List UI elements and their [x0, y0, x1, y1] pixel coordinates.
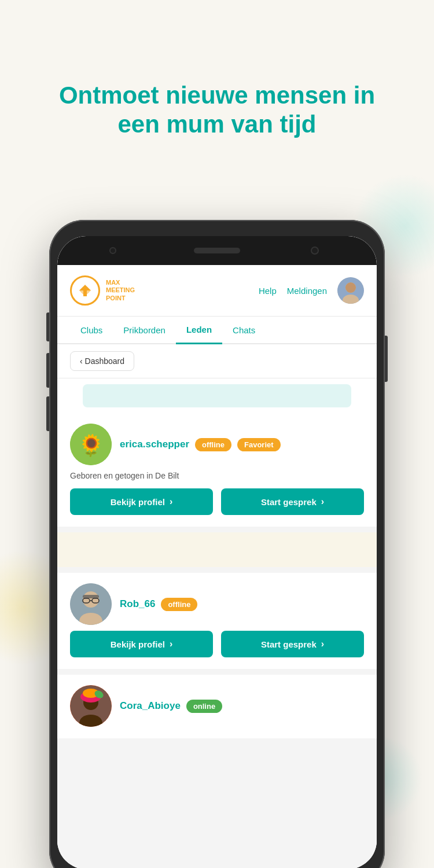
- user-avatar-header[interactable]: [337, 277, 364, 304]
- start-gesprek-button-erica[interactable]: Start gesprek ›: [221, 488, 364, 515]
- hero-section: Ontmoet nieuwe mensen in een mum van tij…: [0, 81, 434, 139]
- search-bar-placeholder: [83, 384, 351, 407]
- logo: ↓ MAX MEETING POINT: [70, 275, 135, 306]
- front-camera-left: [109, 247, 116, 254]
- member-actions-erica: Bekijk profiel › Start gesprek ›: [70, 488, 364, 515]
- dashboard-back-button[interactable]: ‹ Dashboard: [70, 351, 134, 371]
- avatar-rob: [70, 583, 112, 625]
- bekijk-profiel-button-erica[interactable]: Bekijk profiel ›: [70, 488, 213, 515]
- volume-up-button: [46, 353, 49, 388]
- member-info-rob: Rob_66 offline: [120, 598, 197, 611]
- nav-meldingen[interactable]: Meldingen: [287, 286, 327, 296]
- divider-card: [57, 532, 377, 567]
- speaker: [194, 248, 240, 253]
- chevron-icon: ›: [321, 639, 324, 649]
- status-badge-erica: offline: [195, 438, 231, 451]
- power-button: [385, 336, 388, 382]
- volume-down-button: [46, 396, 49, 431]
- app-header: ↓ MAX MEETING POINT Help Meldingen: [57, 265, 377, 317]
- avatar-cora: [70, 685, 112, 727]
- app-content: ↓ MAX MEETING POINT Help Meldingen: [57, 265, 377, 868]
- phone-mockup: ↓ MAX MEETING POINT Help Meldingen: [49, 220, 385, 868]
- tab-chats[interactable]: Chats: [222, 317, 266, 343]
- chevron-icon: ›: [170, 639, 172, 649]
- member-info-erica: erica.schepper offline Favoriet: [120, 438, 281, 451]
- member-info-cora: Cora_Abioye online: [120, 700, 222, 713]
- tab-navigation: Clubs Prikborden Leden Chats: [57, 317, 377, 344]
- svg-text:↓: ↓: [83, 285, 87, 295]
- member-bio-erica: Geboren en getogen in De Bilt: [70, 471, 364, 480]
- svg-point-8: [83, 591, 99, 608]
- breadcrumb-bar: ‹ Dashboard: [57, 344, 377, 378]
- chevron-icon: ›: [321, 496, 324, 507]
- status-badge-rob: offline: [161, 598, 197, 611]
- favoriet-badge-erica: Favoriet: [237, 438, 281, 451]
- nav-help[interactable]: Help: [259, 286, 277, 296]
- start-gesprek-button-rob[interactable]: Start gesprek ›: [221, 631, 364, 657]
- tab-prikborden[interactable]: Prikborden: [113, 317, 176, 343]
- logo-text: MAX MEETING POINT: [106, 279, 135, 302]
- member-card-rob: Rob_66 offline Bekijk profiel › Start ge…: [57, 573, 377, 669]
- tab-clubs[interactable]: Clubs: [70, 317, 113, 343]
- hero-tagline: Ontmoet nieuwe mensen in een mum van tij…: [23, 81, 411, 139]
- mute-button: [46, 312, 49, 341]
- status-badge-cora: online: [186, 700, 222, 713]
- header-nav: Help Meldingen: [259, 277, 364, 304]
- member-actions-rob: Bekijk profiel › Start gesprek ›: [70, 631, 364, 657]
- member-list: 🌻 erica.schepper offline Favoriet Gebore…: [57, 413, 377, 868]
- member-name-erica: erica.schepper: [120, 439, 189, 450]
- member-card: 🌻 erica.schepper offline Favoriet Gebore…: [57, 413, 377, 527]
- member-card-cora: Cora_Abioye online: [57, 675, 377, 738]
- svg-point-4: [345, 282, 356, 293]
- bekijk-profiel-button-rob[interactable]: Bekijk profiel ›: [70, 631, 213, 657]
- front-camera-right: [311, 247, 319, 255]
- phone-shell: ↓ MAX MEETING POINT Help Meldingen: [49, 220, 385, 868]
- svg-text:🌻: 🌻: [78, 433, 104, 458]
- member-header-cora: Cora_Abioye online: [70, 685, 364, 727]
- phone-notch: [57, 236, 377, 265]
- logo-svg: ↓: [76, 281, 94, 300]
- member-name-rob: Rob_66: [120, 598, 155, 610]
- member-header-erica: 🌻 erica.schepper offline Favoriet: [70, 424, 364, 465]
- member-header-rob: Rob_66 offline: [70, 583, 364, 625]
- svg-rect-10: [83, 595, 99, 598]
- chevron-icon: ›: [170, 496, 172, 507]
- member-name-cora: Cora_Abioye: [120, 700, 181, 712]
- avatar-erica: 🌻: [70, 424, 112, 465]
- phone-screen: ↓ MAX MEETING POINT Help Meldingen: [57, 236, 377, 868]
- logo-icon: ↓: [70, 275, 100, 306]
- tab-leden[interactable]: Leden: [176, 317, 222, 344]
